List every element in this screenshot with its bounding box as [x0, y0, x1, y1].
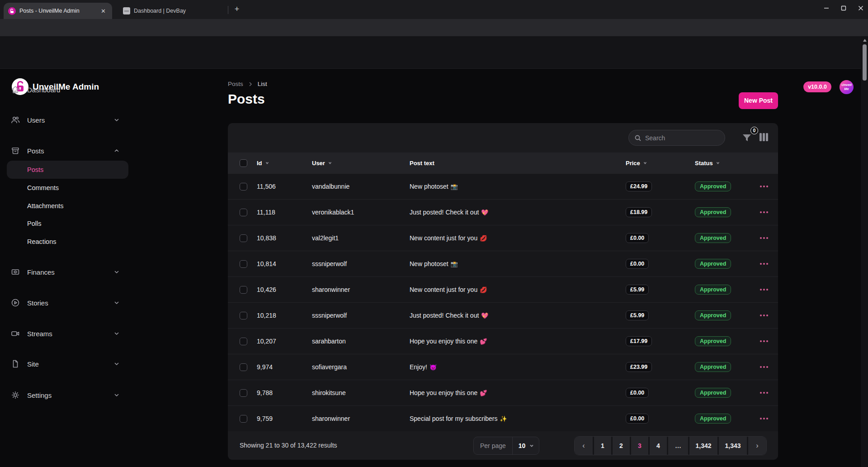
- cell-post-text: Hope you enjoy this one💕: [410, 389, 626, 396]
- sidebar-item-streams[interactable]: Streams: [0, 324, 131, 343]
- table-row: 9,788 shirokitsune Hope you enjoy this o…: [228, 380, 778, 405]
- sidebar-item-settings[interactable]: Settings: [0, 386, 131, 404]
- price-badge: £0.00: [626, 414, 649, 424]
- page-button-2[interactable]: 2: [613, 437, 630, 455]
- table-row: 11,118 veronikablack1 Just posted! Check…: [228, 199, 778, 225]
- cell-post-text: Hope you enjoy this one💕: [410, 338, 626, 345]
- cell-id: 10,838: [257, 234, 312, 242]
- row-checkbox[interactable]: [240, 234, 247, 242]
- sidebar-item-site[interactable]: Site: [0, 355, 131, 373]
- breadcrumb: Posts List: [228, 81, 267, 87]
- user-avatar[interactable]: Unveil Me: [840, 80, 854, 94]
- page-button-4[interactable]: 4: [650, 437, 667, 455]
- tab-dashboard-devbay[interactable]: Dashboard | DevBay: [118, 3, 222, 19]
- sidebar-item-dashboard[interactable]: Dashboard: [0, 81, 131, 99]
- columns-icon[interactable]: [760, 133, 768, 141]
- close-button[interactable]: [858, 5, 863, 11]
- row-actions-menu-icon[interactable]: [760, 366, 773, 368]
- row-checkbox[interactable]: [240, 338, 247, 345]
- maximize-button[interactable]: [841, 5, 846, 11]
- sort-chevron-icon: [716, 161, 720, 165]
- column-header-user[interactable]: User: [312, 160, 410, 167]
- row-actions-menu-icon[interactable]: [760, 392, 773, 394]
- sidebar-subitem-posts[interactable]: Posts: [7, 161, 128, 179]
- filter-funnel-icon[interactable]: [741, 133, 752, 143]
- window-controls: [824, 0, 863, 16]
- page-button-3-current[interactable]: 3: [631, 437, 648, 455]
- price-badge: £0.00: [626, 388, 649, 398]
- select-all-checkbox[interactable]: [240, 159, 247, 167]
- cell-user: sssniperwolf: [312, 260, 410, 267]
- table-row: 10,207 sarahbarton Hope you enjoy this o…: [228, 328, 778, 354]
- page-button-1342[interactable]: 1,342: [689, 437, 717, 455]
- row-checkbox[interactable]: [240, 286, 247, 294]
- column-header-price[interactable]: Price: [626, 160, 695, 167]
- row-actions-menu-icon[interactable]: [760, 263, 773, 265]
- scrollbar-thumb[interactable]: [863, 44, 867, 81]
- status-badge: Approved: [695, 207, 731, 217]
- cell-user: sofiavergara: [312, 363, 410, 371]
- cell-post-text: New content just for you💋: [410, 234, 626, 242]
- row-checkbox[interactable]: [240, 260, 247, 268]
- column-header-status[interactable]: Status: [695, 160, 755, 167]
- row-actions-menu-icon[interactable]: [760, 340, 773, 342]
- sidebar-item-posts[interactable]: Posts: [0, 142, 131, 160]
- row-checkbox[interactable]: [240, 183, 247, 191]
- avatar-text: Me: [840, 87, 854, 91]
- pagination: ‹ 1 2 3 4 … 1,342 1,343 ›: [574, 436, 767, 455]
- scrollbar-track[interactable]: [861, 36, 868, 467]
- per-page-value: 10: [513, 442, 529, 449]
- row-actions-menu-icon[interactable]: [760, 418, 773, 419]
- breadcrumb-posts[interactable]: Posts: [228, 81, 243, 87]
- posts-table-card: 0 Id User Post text Price Status 11,506 …: [228, 123, 778, 460]
- tab-title: Dashboard | DevBay: [134, 8, 218, 14]
- row-checkbox[interactable]: [240, 312, 247, 319]
- sidebar-item-users[interactable]: Users: [0, 111, 131, 129]
- sort-chevron-icon: [643, 161, 647, 165]
- prev-page-button[interactable]: ‹: [575, 437, 593, 455]
- row-checkbox[interactable]: [240, 209, 247, 216]
- new-post-button[interactable]: New Post: [739, 92, 778, 109]
- page-button-1343[interactable]: 1,343: [719, 437, 747, 455]
- sidebar-subitem-polls[interactable]: Polls: [7, 214, 128, 233]
- sidebar-subitem-reactions[interactable]: Reactions: [7, 233, 128, 251]
- tab-close-icon[interactable]: ✕: [99, 7, 108, 15]
- browser-toolbar: 1: [0, 19, 868, 36]
- column-header-id[interactable]: Id: [257, 160, 312, 167]
- search-input[interactable]: [645, 134, 713, 142]
- post-emoji: 📸: [451, 183, 458, 190]
- sidebar-subitem-comments[interactable]: Comments: [7, 179, 128, 197]
- row-actions-menu-icon[interactable]: [760, 186, 773, 187]
- chevron-down-icon: [529, 443, 534, 448]
- cell-post-text: Special post for my subscribers✨: [410, 415, 626, 422]
- cell-id: 11,118: [257, 209, 312, 216]
- sidebar-subitem-attachments[interactable]: Attachments: [7, 197, 128, 215]
- row-actions-menu-icon[interactable]: [760, 211, 773, 213]
- version-badge: v10.0.0: [803, 81, 831, 92]
- cell-user: sharonwinner: [312, 415, 410, 422]
- status-badge: Approved: [695, 362, 731, 372]
- browser-tabstrip: Posts - UnveilMe Admin ✕ Dashboard | Dev…: [0, 0, 868, 19]
- search-box[interactable]: [628, 130, 725, 146]
- chevron-down-icon: [113, 392, 120, 398]
- next-page-button[interactable]: ›: [748, 437, 766, 455]
- per-page-select[interactable]: Per page 10: [473, 437, 539, 455]
- new-tab-button[interactable]: +: [232, 5, 241, 14]
- chevron-down-icon: [113, 361, 120, 367]
- status-badge: Approved: [695, 388, 731, 398]
- tab-posts-unveilme[interactable]: Posts - UnveilMe Admin ✕: [4, 3, 112, 19]
- status-badge: Approved: [695, 259, 731, 269]
- row-actions-menu-icon[interactable]: [760, 289, 773, 291]
- row-checkbox[interactable]: [240, 389, 247, 397]
- sidebar-item-finances[interactable]: Finances: [0, 263, 131, 281]
- sidebar-item-stories[interactable]: Stories: [0, 294, 131, 312]
- sort-chevron-icon: [328, 161, 332, 165]
- minimize-button[interactable]: [824, 5, 829, 11]
- row-actions-menu-icon[interactable]: [760, 237, 773, 239]
- scrollbar-up-arrow[interactable]: [863, 39, 867, 42]
- row-checkbox[interactable]: [240, 415, 247, 423]
- post-emoji: 💋: [480, 286, 487, 293]
- row-checkbox[interactable]: [240, 363, 247, 371]
- page-button-1[interactable]: 1: [594, 437, 611, 455]
- row-actions-menu-icon[interactable]: [760, 315, 773, 316]
